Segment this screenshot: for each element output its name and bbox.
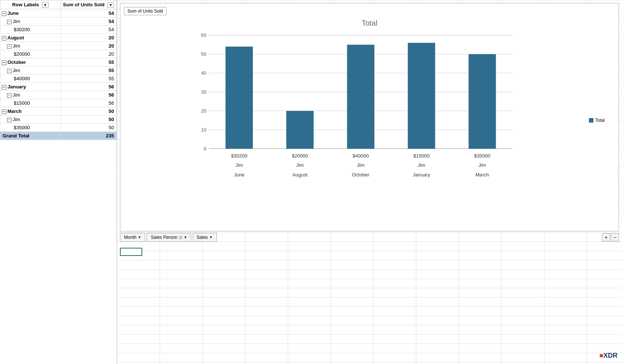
svg-text:60: 60 [201, 32, 206, 38]
svg-text:0: 0 [203, 146, 206, 152]
collapse-icon[interactable]: − [7, 93, 12, 98]
chart-panel: Sum of Units Sold Total 0102030405060$30… [117, 0, 622, 364]
svg-text:$30200: $30200 [231, 153, 247, 159]
row-value-cell: 56 [61, 83, 116, 91]
collapse-icon[interactable]: − [2, 61, 6, 65]
table-row[interactable]: $2000020 [0, 50, 117, 58]
svg-text:$20000: $20000 [292, 153, 308, 159]
row-label-cell: −Jim [0, 91, 61, 99]
row-label-cell: −Jim [0, 42, 61, 50]
table-row[interactable]: −Jim55 [0, 66, 117, 75]
table-row[interactable]: −August20 [0, 34, 117, 42]
month-filter-arrow: ▼ [138, 235, 141, 239]
row-value-cell: 20 [61, 42, 116, 50]
row-label-cell: Grand Total [0, 132, 61, 140]
table-row[interactable]: −June54 [0, 9, 117, 17]
bar-rect[interactable] [225, 46, 253, 149]
table-row[interactable]: −Jim54 [0, 17, 117, 26]
legend-label-total: Total [595, 118, 605, 123]
chart-title: Total [124, 19, 615, 27]
row-label-cell: −January [0, 83, 61, 91]
sales-person-filter-button[interactable]: Sales Person ⊡ ▼ [147, 233, 191, 242]
svg-text:Jim: Jim [418, 162, 425, 168]
bar-rect[interactable] [286, 111, 314, 149]
pivot-table: Row Labels ▼ Sum of Units Sold ▼ −June54… [0, 0, 117, 364]
table-row[interactable]: $3500050 [0, 124, 117, 132]
zoom-out-button[interactable]: − [611, 233, 619, 241]
row-label-cell: −March [0, 107, 61, 116]
sales-filter-button[interactable]: Sales ▼ [193, 233, 217, 242]
bar-rect[interactable] [347, 45, 375, 149]
watermark-text: XDR [603, 352, 618, 359]
month-filter-label: Month [124, 235, 136, 240]
collapse-icon[interactable]: − [2, 110, 6, 114]
table-row[interactable]: $4000055 [0, 75, 117, 83]
month-filter-button[interactable]: Month ▼ [120, 233, 145, 242]
row-value-cell: 54 [61, 26, 116, 34]
row-value-cell: 55 [61, 75, 116, 83]
collapse-icon[interactable]: − [7, 69, 12, 73]
row-label-cell: $20000 [0, 50, 61, 58]
bar-rect[interactable] [408, 43, 435, 149]
svg-text:June: June [234, 172, 244, 178]
bar-rect[interactable] [469, 54, 496, 149]
legend-item-total: Total [589, 118, 605, 123]
svg-text:Jim: Jim [478, 162, 486, 168]
row-label-cell: $40000 [0, 75, 61, 83]
svg-text:40: 40 [201, 70, 206, 76]
table-row[interactable]: −Jim50 [0, 116, 117, 124]
table-row[interactable]: −January56 [0, 83, 117, 91]
svg-text:October: October [352, 172, 369, 178]
svg-text:30: 30 [201, 89, 206, 95]
xdr-watermark: ■XDR [599, 352, 618, 360]
table-row[interactable]: $1500056 [0, 99, 117, 107]
table-row[interactable]: Grand Total235 [0, 132, 117, 140]
svg-text:$40000: $40000 [353, 153, 369, 159]
row-label-cell: −Jim [0, 17, 61, 26]
table-row[interactable]: $3020054 [0, 26, 117, 34]
svg-text:$35000: $35000 [474, 153, 491, 159]
row-value-cell: 235 [61, 132, 116, 140]
zoom-in-button[interactable]: + [602, 233, 610, 241]
collapse-icon[interactable]: − [2, 12, 6, 16]
svg-text:10: 10 [201, 127, 206, 133]
chart-legend: Total [585, 31, 615, 209]
svg-text:January: January [413, 172, 430, 178]
chart-legend-label-button[interactable]: Sum of Units Sold [124, 7, 166, 15]
table-row[interactable]: −Jim20 [0, 42, 117, 50]
chart-zoom-controls: + − [602, 233, 619, 241]
svg-text:August: August [292, 172, 307, 178]
active-cell-area [120, 248, 619, 257]
row-label-cell: $35000 [0, 124, 61, 132]
col-header-sum[interactable]: Sum of Units Sold ▼ [61, 0, 116, 9]
bar-chart-svg: 0102030405060$30200JimJune$20000JimAugus… [124, 31, 585, 209]
sales-filter-arrow: ▼ [209, 235, 213, 239]
collapse-icon[interactable]: − [7, 20, 12, 24]
row-value-cell: 50 [61, 124, 116, 132]
collapse-icon[interactable]: − [7, 118, 12, 122]
table-row[interactable]: −Jim56 [0, 91, 117, 99]
table-row[interactable]: −October55 [0, 58, 117, 66]
row-value-cell: 56 [61, 99, 116, 107]
collapse-icon[interactable]: − [2, 85, 6, 90]
svg-text:20: 20 [201, 108, 206, 114]
sum-filter-icon[interactable]: ▼ [107, 2, 114, 8]
row-value-cell: 50 [61, 107, 116, 116]
row-value-cell: 54 [61, 17, 116, 26]
svg-text:March: March [475, 172, 489, 178]
active-cell-box[interactable] [120, 248, 142, 256]
sales-filter-label: Sales [197, 235, 208, 240]
chart-container: Sum of Units Sold Total 0102030405060$30… [120, 3, 619, 231]
row-value-cell: 20 [61, 50, 116, 58]
col-header-row-labels[interactable]: Row Labels ▼ [0, 0, 61, 9]
row-labels-filter-icon[interactable]: ▼ [42, 2, 49, 8]
row-label-cell: −Jim [0, 66, 61, 75]
sales-person-filter-arrow: ▼ [184, 235, 187, 239]
sales-person-filter-label: Sales Person [151, 235, 177, 240]
table-row[interactable]: −March50 [0, 107, 117, 116]
svg-text:Jim: Jim [235, 162, 243, 168]
row-label-cell: $15000 [0, 99, 61, 107]
collapse-icon[interactable]: − [2, 36, 6, 40]
chart-filters: Month ▼ Sales Person ⊡ ▼ Sales ▼ + − [120, 233, 619, 242]
collapse-icon[interactable]: − [7, 44, 12, 49]
